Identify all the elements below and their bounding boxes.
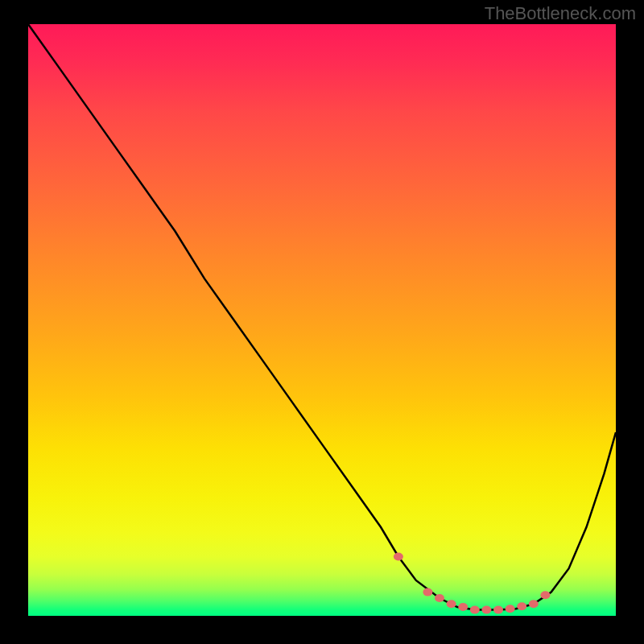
curve-marker bbox=[529, 600, 539, 608]
watermark-text: TheBottleneck.com bbox=[485, 3, 636, 24]
chart-area bbox=[28, 24, 616, 616]
curve-marker bbox=[481, 606, 491, 614]
curve-marker bbox=[394, 553, 403, 561]
curve-marker bbox=[470, 606, 480, 614]
curve-marker bbox=[423, 588, 432, 597]
curve-marker bbox=[493, 606, 503, 614]
curve-marker bbox=[458, 603, 468, 611]
bottleneck-curve-line bbox=[28, 24, 616, 610]
curve-marker bbox=[506, 605, 515, 613]
curve-marker bbox=[540, 591, 550, 599]
curve-marker bbox=[435, 594, 444, 602]
curve-marker bbox=[517, 602, 526, 610]
chart-svg bbox=[28, 24, 616, 616]
curve-markers-group bbox=[394, 553, 551, 614]
curve-marker bbox=[447, 600, 456, 608]
